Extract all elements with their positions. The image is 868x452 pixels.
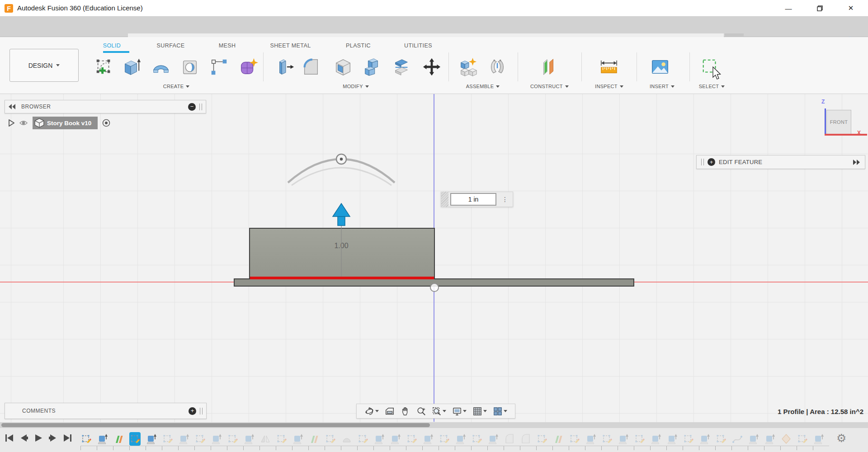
- close-button[interactable]: ✕: [840, 0, 862, 16]
- select-button[interactable]: [698, 54, 722, 80]
- timeline-feature-extrude[interactable]: [585, 432, 596, 446]
- selected-profile-edge[interactable]: [250, 277, 434, 279]
- timeline-feature-sketch[interactable]: [406, 432, 417, 446]
- distance-input[interactable]: [450, 193, 496, 206]
- timeline-feature-spline[interactable]: [731, 432, 743, 446]
- expand-dialog-icon[interactable]: [852, 160, 860, 165]
- ribbon-tab-plastic[interactable]: PLASTIC: [339, 41, 377, 51]
- collapse-all-icon[interactable]: −: [188, 103, 196, 111]
- press-pull-button[interactable]: [274, 54, 297, 80]
- grid-settings-button[interactable]: [472, 406, 487, 416]
- timeline-feature-sketch[interactable]: [325, 432, 336, 446]
- ribbon-tab-sheet-metal[interactable]: SHEET METAL: [262, 41, 319, 51]
- hole-button[interactable]: [178, 54, 202, 80]
- timeline-feature-sketch[interactable]: [797, 432, 808, 446]
- component-chip[interactable]: Story Book v10: [33, 117, 98, 129]
- timeline-feature-fillet[interactable]: [520, 432, 531, 446]
- timeline-feature-sketch[interactable]: [439, 432, 450, 446]
- collapse-panel-icon[interactable]: [9, 104, 16, 109]
- workspace-selector-design[interactable]: DESIGN: [9, 49, 79, 82]
- edit-feature-dialog-header[interactable]: + EDIT FEATURE: [696, 155, 865, 169]
- timeline-feature-extrude[interactable]: [813, 432, 824, 446]
- expand-node-icon[interactable]: [8, 119, 14, 127]
- group-dropdown-construct[interactable]: CONSTRUCT: [519, 82, 580, 90]
- timeline-feature-sketch[interactable]: [471, 432, 482, 446]
- minimize-button[interactable]: —: [777, 0, 800, 16]
- display-settings-button[interactable]: [452, 406, 467, 416]
- visibility-eye-icon[interactable]: [19, 119, 28, 127]
- timeline-feature-extrude[interactable]: [390, 432, 401, 446]
- viewports-button[interactable]: [493, 406, 507, 416]
- timeline-feature-extrude[interactable]: [292, 432, 303, 446]
- timeline-feature-sketch[interactable]: [601, 432, 613, 446]
- fillet-button[interactable]: [299, 54, 322, 80]
- go-to-end-button[interactable]: [62, 433, 72, 445]
- timeline-feature-extrude[interactable]: [146, 432, 157, 446]
- timeline-feature-extrude[interactable]: [422, 432, 434, 446]
- timeline-feature-sketch[interactable]: [683, 432, 694, 446]
- timeline-feature-extrude[interactable]: [699, 432, 710, 446]
- group-dropdown-inspect[interactable]: INSPECT: [583, 82, 635, 90]
- ribbon-tab-mesh[interactable]: MESH: [210, 41, 244, 51]
- timeline-feature-sketch[interactable]: [162, 432, 173, 446]
- timeline-feature-construction-plane[interactable]: [308, 432, 320, 446]
- fit-button[interactable]: [432, 406, 446, 416]
- step-back-button[interactable]: [19, 433, 29, 445]
- timeline-feature-construction-plane[interactable]: [113, 432, 124, 446]
- timeline-feature-sketch[interactable]: [715, 432, 726, 446]
- timeline-feature-construction-plane[interactable]: [552, 432, 564, 446]
- look-at-button[interactable]: [385, 406, 395, 416]
- timeline-feature-extrude[interactable]: [764, 432, 775, 446]
- step-forward-button[interactable]: [48, 433, 58, 445]
- extrude-button[interactable]: [119, 54, 143, 80]
- panel-resize-grip[interactable]: [200, 408, 203, 414]
- combine-button[interactable]: [360, 54, 384, 80]
- timeline-feature-mirror[interactable]: [259, 432, 271, 446]
- timeline-feature-sketch[interactable]: [536, 432, 547, 446]
- viewcube-front-face[interactable]: FRONT: [826, 110, 851, 134]
- pan-button[interactable]: [401, 406, 410, 416]
- base-slab-body[interactable]: [234, 278, 634, 287]
- browser-component-row[interactable]: Story Book v10: [8, 116, 198, 130]
- panel-resize-grip[interactable]: [199, 104, 202, 110]
- timeline-feature-extrude[interactable]: [618, 432, 629, 446]
- timeline-feature-extrude[interactable]: [373, 432, 385, 446]
- group-dropdown-create[interactable]: CREATE: [149, 82, 203, 90]
- timeline-feature-extrude[interactable]: [455, 432, 466, 446]
- timeline-feature-sketch[interactable]: [80, 432, 92, 446]
- insert-image-button[interactable]: [648, 54, 672, 80]
- activate-component-radio[interactable]: [102, 119, 110, 127]
- measure-button[interactable]: [597, 54, 621, 80]
- joint-button[interactable]: [486, 54, 509, 80]
- kebab-menu-icon[interactable]: ⋮: [502, 198, 508, 201]
- timeline-feature-sketch[interactable]: [227, 432, 238, 446]
- play-button[interactable]: [33, 433, 43, 445]
- ribbon-tab-solid[interactable]: SOLID: [95, 41, 129, 51]
- ribbon-tab-surface[interactable]: SURFACE: [149, 41, 192, 51]
- timeline-scrollbar-thumb[interactable]: [1, 423, 430, 427]
- timeline-feature-revolve[interactable]: [341, 432, 352, 446]
- group-dropdown-assemble[interactable]: ASSEMBLE: [453, 82, 512, 90]
- timeline-feature-fillet[interactable]: [504, 432, 515, 446]
- timeline-feature-sketch[interactable]: [194, 432, 206, 446]
- maximize-restore-button[interactable]: [808, 0, 831, 16]
- go-to-start-button[interactable]: [5, 433, 14, 445]
- timeline-feature-sketch[interactable]: [569, 432, 580, 446]
- create-form-button[interactable]: [236, 54, 260, 80]
- rectangular-pattern-button[interactable]: [207, 54, 231, 80]
- group-dropdown-insert[interactable]: INSERT: [638, 82, 686, 90]
- timeline-feature-extrude[interactable]: [487, 432, 499, 446]
- extruded-body[interactable]: [249, 228, 435, 279]
- timeline-feature-extrude[interactable]: [178, 432, 189, 446]
- create-sketch-button[interactable]: [92, 54, 116, 80]
- offset-face-button[interactable]: [390, 54, 413, 80]
- new-component-button[interactable]: [456, 54, 480, 80]
- construction-plane-button[interactable]: [537, 54, 560, 80]
- add-comment-icon[interactable]: +: [189, 407, 196, 415]
- timeline-settings-gear-icon[interactable]: ⚙: [836, 432, 846, 445]
- timeline-feature-extrude[interactable]: [666, 432, 678, 446]
- timeline-feature-extrude[interactable]: [243, 432, 255, 446]
- timeline-feature-sketch[interactable]: [357, 432, 368, 446]
- timeline-feature-extrude[interactable]: [650, 432, 661, 446]
- shell-button[interactable]: [331, 54, 355, 80]
